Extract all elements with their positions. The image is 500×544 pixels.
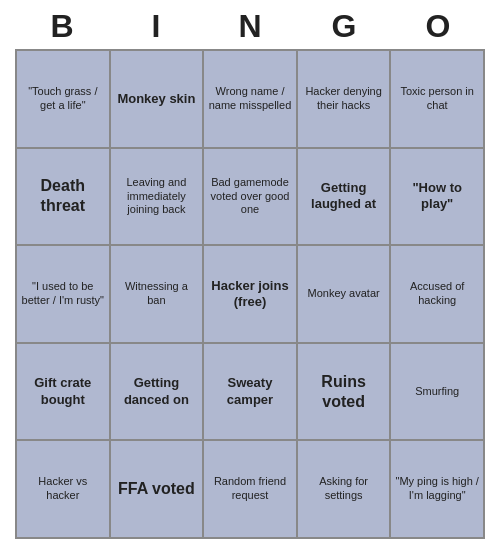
header-n: N (210, 8, 290, 45)
bingo-cell-22: Random friend request (204, 441, 296, 537)
bingo-cell-10: "I used to be better / I'm rusty" (17, 246, 109, 342)
bingo-cell-20: Hacker vs hacker (17, 441, 109, 537)
bingo-cell-2: Wrong name / name misspelled (204, 51, 296, 147)
bingo-cell-19: Smurfing (391, 344, 483, 440)
header-b: B (22, 8, 102, 45)
bingo-cell-15: Gift crate bought (17, 344, 109, 440)
header-g: G (304, 8, 384, 45)
bingo-cell-23: Asking for settings (298, 441, 390, 537)
bingo-cell-16: Getting danced on (111, 344, 203, 440)
header-i: I (116, 8, 196, 45)
bingo-cell-9: "How to play" (391, 149, 483, 245)
bingo-cell-3: Hacker denying their hacks (298, 51, 390, 147)
bingo-cell-4: Toxic person in chat (391, 51, 483, 147)
bingo-cell-21: FFA voted (111, 441, 203, 537)
bingo-cell-17: Sweaty camper (204, 344, 296, 440)
bingo-cell-24: "My ping is high / I'm lagging" (391, 441, 483, 537)
bingo-cell-5: Death threat (17, 149, 109, 245)
bingo-cell-18: Ruins voted (298, 344, 390, 440)
bingo-cell-7: Bad gamemode voted over good one (204, 149, 296, 245)
bingo-cell-0: "Touch grass / get a life" (17, 51, 109, 147)
bingo-cell-8: Getting laughed at (298, 149, 390, 245)
header-o: O (398, 8, 478, 45)
bingo-cell-14: Accused of hacking (391, 246, 483, 342)
bingo-cell-13: Monkey avatar (298, 246, 390, 342)
bingo-cell-11: Witnessing a ban (111, 246, 203, 342)
bingo-cell-6: Leaving and immediately joining back (111, 149, 203, 245)
bingo-grid: "Touch grass / get a life"Monkey skinWro… (15, 49, 485, 539)
bingo-cell-12: Hacker joins (free) (204, 246, 296, 342)
bingo-header: B I N G O (15, 0, 485, 49)
bingo-cell-1: Monkey skin (111, 51, 203, 147)
